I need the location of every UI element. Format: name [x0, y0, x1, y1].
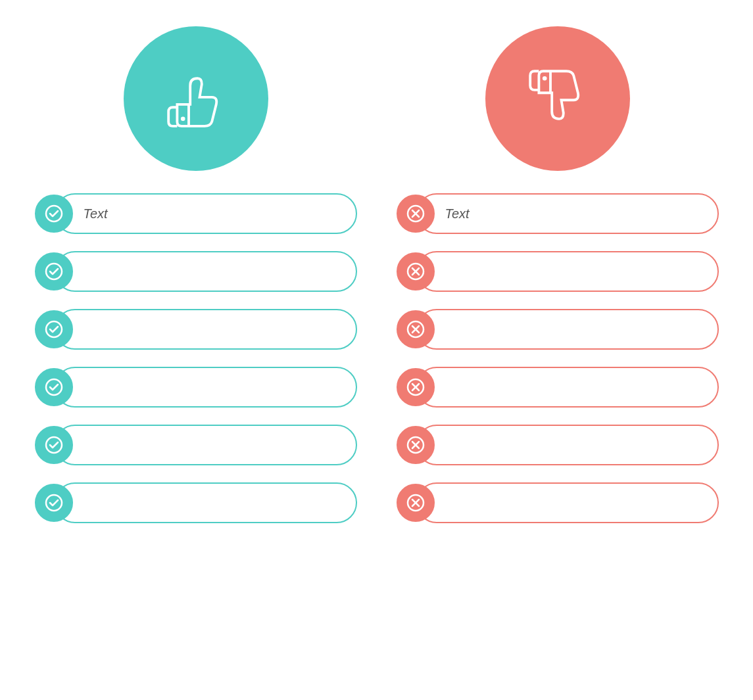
list-item: [397, 306, 719, 352]
thumbs-up-circle: [124, 26, 268, 171]
list-item: [397, 364, 719, 410]
svg-point-1: [180, 117, 185, 122]
cons-list: Text: [397, 191, 719, 526]
svg-point-2: [46, 206, 62, 222]
x-badge: [397, 310, 435, 348]
list-item: [397, 480, 719, 526]
x-badge: [397, 195, 435, 233]
svg-point-6: [46, 437, 62, 453]
item-content-box: [55, 367, 357, 408]
svg-point-3: [46, 264, 62, 279]
check-badge: [35, 368, 73, 406]
item-content-box: [416, 251, 719, 292]
item-content-box: [416, 482, 719, 523]
svg-point-4: [46, 321, 62, 337]
item-text: Text: [84, 206, 108, 222]
item-content-box: [416, 425, 719, 465]
list-item: [397, 248, 719, 294]
list-item: Text: [35, 191, 357, 237]
check-badge: [35, 484, 73, 522]
check-badge: [35, 252, 73, 291]
item-text: Text: [445, 206, 470, 222]
x-badge: [397, 426, 435, 464]
check-badge: [35, 195, 73, 233]
list-item: [35, 364, 357, 410]
list-item: Text: [397, 191, 719, 237]
x-badge: [397, 252, 435, 291]
list-item: [35, 248, 357, 294]
svg-point-9: [542, 76, 547, 81]
x-badge: [397, 484, 435, 522]
item-content-box: [55, 425, 357, 465]
item-content-box: [55, 309, 357, 350]
pros-list: Text: [35, 191, 357, 526]
x-badge: [397, 368, 435, 406]
pros-column: Text: [35, 26, 357, 526]
list-item: [397, 422, 719, 468]
cons-column: Text: [397, 26, 719, 526]
svg-point-5: [46, 379, 62, 395]
item-content-box: [416, 309, 719, 350]
list-item: [35, 306, 357, 352]
list-item: [35, 422, 357, 468]
thumbs-down-circle: [485, 26, 630, 171]
check-badge: [35, 310, 73, 348]
main-container: Text: [20, 26, 733, 526]
item-content-box: Text: [416, 193, 719, 234]
svg-point-7: [46, 495, 62, 511]
item-content-box: [416, 367, 719, 408]
list-item: [35, 480, 357, 526]
check-badge: [35, 426, 73, 464]
item-content-box: [55, 482, 357, 523]
item-content-box: Text: [55, 193, 357, 234]
item-content-box: [55, 251, 357, 292]
